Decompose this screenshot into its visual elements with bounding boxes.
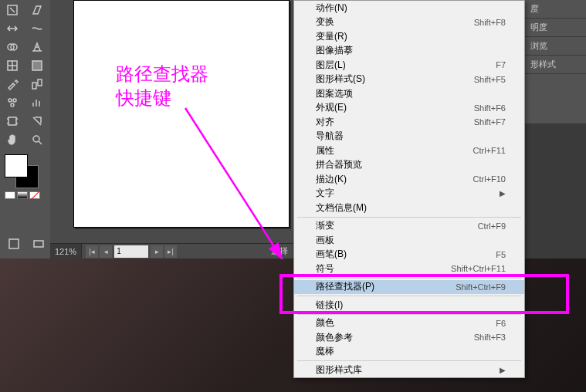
menu-item[interactable]: 动作(N) [294, 1, 524, 15]
svg-point-11 [33, 136, 39, 142]
menu-separator [297, 217, 521, 218]
panel-tab-2[interactable]: 明度 [524, 19, 586, 37]
tool-zoom[interactable] [26, 131, 48, 148]
menu-label: 图案选项 [316, 87, 353, 100]
mini-fill[interactable] [5, 191, 15, 199]
tool-width[interactable] [2, 20, 23, 37]
tools-panel [0, 0, 50, 259]
menu-item[interactable]: 拼合器预览 [294, 158, 524, 173]
tool-mesh[interactable] [2, 57, 23, 74]
tool-artboard[interactable] [2, 113, 23, 130]
menu-item[interactable]: 变量(R) [294, 29, 524, 44]
menu-label: 图形样式库 [316, 363, 362, 377]
tool-shapebuilder[interactable] [2, 39, 23, 56]
canvas-area [50, 0, 294, 247]
menu-item[interactable]: 对齐Shift+F7 [294, 115, 524, 130]
menu-item[interactable]: 路径查找器(P)Shift+Ctrl+F9 [294, 280, 524, 295]
nav-next[interactable]: ▸ [151, 245, 163, 258]
menu-shortcut: Ctrl+F10 [473, 174, 506, 184]
menu-item[interactable]: 符号Shift+Ctrl+F11 [294, 262, 524, 276]
tool-gradient[interactable] [26, 57, 48, 74]
artboard[interactable] [73, 0, 290, 228]
menu-label: 拼合器预览 [316, 158, 362, 171]
menu-label: 画板 [316, 234, 334, 247]
mini-none[interactable] [29, 191, 40, 199]
tool-scale[interactable] [2, 2, 23, 19]
menu-shortcut: Shift+F6 [474, 103, 506, 113]
menu-item[interactable]: 导航器 [294, 130, 524, 144]
menu-item[interactable]: 描边(K)Ctrl+F10 [294, 172, 524, 187]
menu-label: 魔棒 [316, 345, 334, 358]
menu-item[interactable]: 文字▶ [294, 187, 524, 201]
fill-color[interactable] [5, 154, 28, 177]
menu-label: 动作(N) [316, 2, 347, 15]
tool-shear[interactable] [26, 2, 48, 19]
menu-label: 画笔(B) [316, 248, 347, 261]
menu-item[interactable]: 图形样式(S)Shift+F5 [294, 73, 524, 87]
zoom-level[interactable]: 121% [50, 244, 82, 259]
panel-tab-4[interactable]: 形样式 [524, 56, 586, 74]
menu-label: 外观(E) [316, 101, 347, 114]
screen-mode-1[interactable] [3, 235, 25, 252]
svg-point-7 [8, 99, 12, 102]
screen-mode-2[interactable] [28, 235, 49, 252]
svg-rect-13 [34, 241, 43, 247]
menu-separator [297, 360, 521, 361]
menu-shortcut: Shift+F8 [474, 18, 506, 27]
menu-shortcut: Ctrl+F9 [478, 221, 506, 231]
svg-rect-5 [32, 83, 36, 89]
menu-item[interactable]: 图案选项 [294, 86, 524, 101]
menu-item[interactable]: 颜色参考Shift+F3 [294, 330, 524, 345]
menu-label: 图形样式(S) [316, 73, 365, 86]
menu-item[interactable]: 属性Ctrl+F11 [294, 144, 524, 158]
menu-item[interactable]: 图形样式库▶ [294, 363, 524, 377]
menu-item[interactable]: 链接(I) [294, 298, 524, 313]
menu-item[interactable]: 图层(L)F7 [294, 58, 524, 73]
panel-tab-3[interactable]: 浏览 [524, 37, 586, 56]
panel-tab-1[interactable]: 度 [524, 0, 586, 19]
window-menu: 动作(N)变换Shift+F8变量(R)图像描摹图层(L)F7图形样式(S)Sh… [293, 0, 525, 378]
tool-perspective[interactable] [26, 39, 48, 56]
annotation-line1: 路径查找器 [116, 62, 208, 86]
menu-item[interactable]: 渐变Ctrl+F9 [294, 219, 524, 234]
menu-label: 文档信息(M) [316, 201, 367, 215]
menu-item[interactable]: 颜色F6 [294, 316, 524, 331]
tool-eyedropper[interactable] [2, 76, 23, 93]
svg-point-8 [13, 99, 16, 102]
nav-prev[interactable]: ◂ [100, 245, 112, 258]
menu-item[interactable]: 变换Shift+F8 [294, 15, 524, 30]
menu-shortcut: Shift+F3 [474, 333, 506, 342]
svg-rect-6 [38, 79, 42, 86]
tool-symbol[interactable] [2, 94, 23, 111]
nav-first[interactable]: |◂ [86, 245, 98, 258]
menu-separator [297, 296, 521, 296]
menu-shortcut: F6 [496, 319, 506, 328]
menu-item[interactable]: 画笔(B)F5 [294, 248, 524, 262]
mini-gradient[interactable] [17, 191, 28, 199]
submenu-arrow-icon: ▶ [500, 189, 506, 198]
menu-separator [297, 278, 521, 279]
tool-blend[interactable] [26, 76, 48, 93]
menu-label: 链接(I) [316, 299, 343, 312]
menu-item[interactable]: 图像描摹 [294, 44, 524, 59]
tool-hand[interactable] [2, 131, 23, 148]
menu-label: 路径查找器(P) [316, 280, 374, 293]
tool-warp[interactable] [26, 20, 48, 37]
menu-item[interactable]: 文档信息(M) [294, 201, 524, 215]
menu-item[interactable]: 魔棒 [294, 345, 524, 360]
menu-item[interactable]: 外观(E)Shift+F6 [294, 101, 524, 116]
menu-label: 导航器 [316, 130, 344, 143]
menu-item[interactable]: 画板 [294, 233, 524, 248]
tool-slice[interactable] [26, 113, 48, 130]
menu-label: 符号 [316, 262, 334, 275]
nav-last[interactable]: ▸| [164, 245, 177, 258]
menu-label: 属性 [316, 144, 334, 157]
menu-shortcut: Shift+Ctrl+F9 [456, 282, 506, 292]
menu-label: 变换 [316, 15, 334, 29]
page-input[interactable]: 1 [114, 245, 148, 258]
annotation-text: 路径查找器 快捷键 [116, 62, 208, 110]
status-text: 选择 [265, 245, 294, 257]
menu-label: 颜色参考 [316, 331, 353, 344]
tool-graph[interactable] [26, 94, 48, 111]
color-swatches[interactable] [2, 154, 49, 193]
